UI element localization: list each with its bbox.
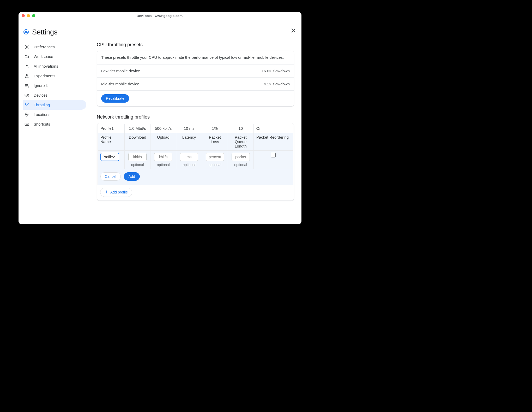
sidebar-item-preferences[interactable]: Preferences xyxy=(23,42,86,52)
main: CPU throttling presets These presets thr… xyxy=(86,42,301,224)
optional-label: optional xyxy=(179,163,199,167)
table-row[interactable]: Profile1 1.0 Mbit/s 500 kbit/s 10 ms 1% … xyxy=(98,124,293,133)
cell-download: 1.0 Mbit/s xyxy=(125,124,150,133)
cell-queue: 10 xyxy=(228,124,253,133)
col-loss: Packet Loss xyxy=(202,133,228,150)
svg-point-6 xyxy=(26,114,27,115)
download-input[interactable] xyxy=(128,153,147,161)
sidebar-item-devices[interactable]: Devices xyxy=(23,90,86,100)
network-section-title: Network throttling profiles xyxy=(97,114,294,120)
cpu-section-title: CPU throttling presets xyxy=(97,42,294,48)
cpu-card: These presets throttle your CPU to appro… xyxy=(97,51,294,107)
cell-upload: 500 kbit/s xyxy=(150,124,176,133)
titlebar: DevTools - www.google.com/ xyxy=(19,12,301,19)
cell-latency: 10 ms xyxy=(176,124,202,133)
cpu-preset-row: Mid-tier mobile device 4.1× slowdown xyxy=(97,78,294,91)
keyboard-icon xyxy=(24,122,29,127)
profile-name-input[interactable] xyxy=(100,153,119,161)
cpu-footer: Recalibrate xyxy=(97,91,294,106)
sidebar-item-label: Devices xyxy=(34,93,47,97)
col-upload: Upload xyxy=(150,133,176,150)
window: DevTools - www.google.com/ Settings xyxy=(19,12,301,224)
cell-name: Profile1 xyxy=(98,124,125,133)
sidebar-item-label: Locations xyxy=(34,112,50,117)
cell-loss: 1% xyxy=(202,124,228,133)
edit-row: optional optional optional xyxy=(98,150,293,169)
sidebar-item-label: Experiments xyxy=(34,74,55,78)
preset-value: 4.1× slowdown xyxy=(264,82,290,86)
body: Preferences Workspace AI innovations xyxy=(19,42,301,224)
svg-rect-7 xyxy=(25,123,29,125)
content: Settings Preferences Workspace xyxy=(19,19,301,224)
col-queue: Packet Queue Length xyxy=(228,133,253,150)
folder-icon xyxy=(24,54,29,59)
sidebar-item-label: Throttling xyxy=(34,103,50,107)
add-button[interactable]: Add xyxy=(124,172,140,181)
sidebar-item-ignore-list[interactable]: Ignore list xyxy=(23,81,86,90)
recalibrate-button[interactable]: Recalibrate xyxy=(101,94,129,103)
button-row: Cancel Add xyxy=(98,169,293,185)
table-header-row: Profile Name Download Upload Latency Pac… xyxy=(98,133,293,150)
window-controls xyxy=(22,14,35,17)
speedometer-icon xyxy=(24,103,29,107)
sidebar-item-workspace[interactable]: Workspace xyxy=(23,52,86,61)
list-x-icon xyxy=(24,83,29,88)
zoom-window-button[interactable] xyxy=(32,14,35,17)
plus-icon xyxy=(105,190,109,195)
page-title: Settings xyxy=(32,28,58,36)
sidebar-item-throttling[interactable]: Throttling xyxy=(23,100,86,110)
latency-input[interactable] xyxy=(180,153,198,161)
header: Settings xyxy=(19,28,301,36)
sidebar-item-ai-innovations[interactable]: AI innovations xyxy=(23,61,86,71)
devices-icon xyxy=(24,93,29,98)
optional-label: optional xyxy=(153,163,173,167)
sidebar-item-shortcuts[interactable]: Shortcuts xyxy=(23,119,86,129)
sidebar-item-label: Preferences xyxy=(34,45,55,49)
network-table: Profile1 1.0 Mbit/s 500 kbit/s 10 ms 1% … xyxy=(98,124,293,185)
cancel-button[interactable]: Cancel xyxy=(100,172,121,181)
sparkle-icon xyxy=(24,64,29,69)
add-profile-button[interactable]: Add profile xyxy=(100,188,132,197)
chrome-icon xyxy=(23,29,29,36)
packet-queue-input[interactable] xyxy=(232,153,250,161)
optional-label: optional xyxy=(205,163,225,167)
optional-label: optional xyxy=(127,163,148,167)
col-latency: Latency xyxy=(176,133,202,150)
svg-rect-5 xyxy=(28,95,29,96)
col-name: Profile Name xyxy=(98,133,125,150)
svg-point-3 xyxy=(28,67,28,68)
add-profile-label: Add profile xyxy=(110,190,128,194)
packet-loss-input[interactable] xyxy=(206,153,224,161)
close-window-button[interactable] xyxy=(22,14,25,17)
flask-icon xyxy=(24,74,29,78)
sidebar-item-locations[interactable]: Locations xyxy=(23,110,86,119)
cell-reorder: On xyxy=(253,124,293,133)
packet-reordering-checkbox[interactable] xyxy=(271,153,276,157)
network-card: Profile1 1.0 Mbit/s 500 kbit/s 10 ms 1% … xyxy=(97,123,294,201)
location-icon xyxy=(24,112,29,117)
cpu-preset-row: Low-tier mobile device 16.0× slowdown xyxy=(97,64,294,78)
preset-value: 16.0× slowdown xyxy=(262,69,290,73)
gear-icon xyxy=(24,45,29,49)
sidebar-item-experiments[interactable]: Experiments xyxy=(23,71,86,81)
sidebar-item-label: Shortcuts xyxy=(34,122,50,126)
minimize-window-button[interactable] xyxy=(27,14,30,17)
col-download: Download xyxy=(125,133,150,150)
cpu-intro: These presets throttle your CPU to appro… xyxy=(97,51,294,64)
preset-name: Mid-tier mobile device xyxy=(101,82,139,86)
sidebar-item-label: Workspace xyxy=(34,54,53,59)
svg-rect-4 xyxy=(25,94,28,96)
col-reorder: Packet Reordering xyxy=(253,133,293,150)
svg-point-2 xyxy=(26,46,28,48)
preset-name: Low-tier mobile device xyxy=(101,69,140,73)
sidebar-item-label: Ignore list xyxy=(34,83,51,88)
upload-input[interactable] xyxy=(154,153,172,161)
sidebar: Preferences Workspace AI innovations xyxy=(19,42,86,224)
window-title: DevTools - www.google.com/ xyxy=(19,14,301,18)
optional-label: optional xyxy=(231,163,251,167)
sidebar-item-label: AI innovations xyxy=(34,64,58,68)
